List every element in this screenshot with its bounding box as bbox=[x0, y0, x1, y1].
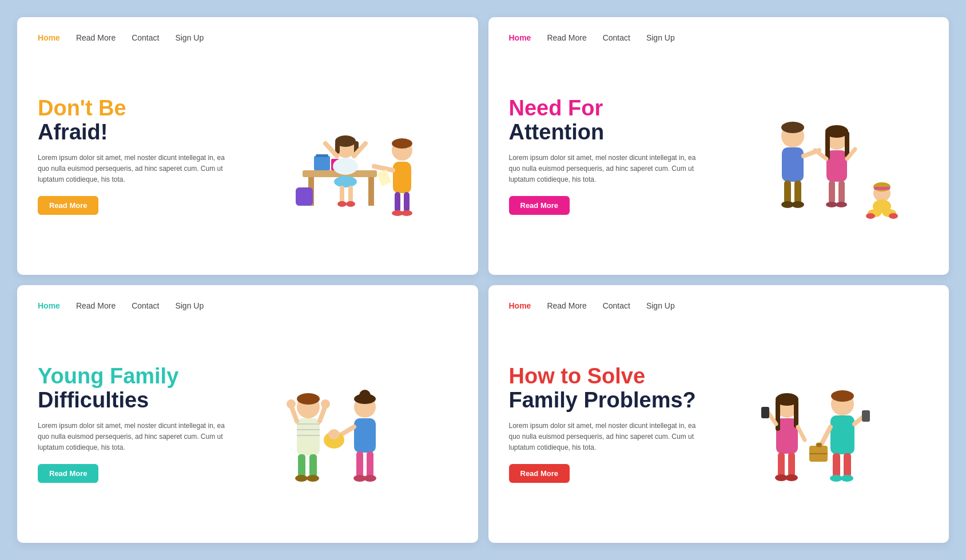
read-more-button-2[interactable]: Read More bbox=[509, 196, 570, 215]
nav-contact-2[interactable]: Contact bbox=[603, 33, 630, 42]
svg-rect-18 bbox=[296, 187, 313, 206]
title-line2-1: Afraid! bbox=[38, 121, 233, 145]
title-line1-1: Don't Be bbox=[38, 97, 233, 121]
read-more-button-1[interactable]: Read More bbox=[38, 196, 98, 215]
svg-rect-76 bbox=[356, 451, 363, 477]
card-need-attention: Home Read More Contact Sign Up Need For … bbox=[488, 17, 949, 275]
svg-point-68 bbox=[307, 475, 319, 482]
nav-home-1[interactable]: Home bbox=[38, 33, 60, 42]
svg-rect-3 bbox=[314, 156, 330, 170]
svg-rect-23 bbox=[395, 192, 400, 212]
read-more-button-3[interactable]: Read More bbox=[38, 464, 98, 483]
nav-readmore-2[interactable]: Read More bbox=[547, 33, 586, 42]
text-side-3: Young Family Difficulties Lorem ipsum do… bbox=[38, 365, 239, 482]
svg-rect-84 bbox=[794, 399, 798, 428]
nav-readmore-3[interactable]: Read More bbox=[76, 301, 116, 310]
svg-point-6 bbox=[333, 158, 358, 175]
svg-point-63 bbox=[287, 399, 296, 409]
illustration-3 bbox=[239, 350, 457, 498]
svg-rect-33 bbox=[794, 181, 801, 203]
svg-rect-77 bbox=[367, 451, 373, 477]
svg-rect-24 bbox=[404, 192, 410, 212]
svg-point-30 bbox=[781, 122, 804, 133]
svg-rect-99 bbox=[816, 443, 822, 447]
svg-point-13 bbox=[334, 176, 357, 187]
read-more-button-4[interactable]: Read More bbox=[509, 464, 570, 483]
svg-point-64 bbox=[321, 399, 330, 409]
nav-contact-4[interactable]: Contact bbox=[603, 301, 630, 310]
nav-signup-1[interactable]: Sign Up bbox=[175, 33, 204, 42]
svg-point-46 bbox=[836, 202, 847, 207]
nav-signup-2[interactable]: Sign Up bbox=[646, 33, 675, 42]
svg-rect-32 bbox=[784, 181, 791, 203]
text-side-1: Don't Be Afraid! Lorem ipsum dolor sit a… bbox=[38, 97, 239, 214]
title-line1-2: Need For bbox=[509, 97, 705, 121]
svg-rect-15 bbox=[348, 186, 353, 203]
svg-point-104 bbox=[841, 475, 853, 482]
content-1: Don't Be Afraid! Lorem ipsum dolor sit a… bbox=[38, 53, 458, 259]
nav-signup-3[interactable]: Sign Up bbox=[175, 301, 204, 310]
svg-rect-44 bbox=[838, 181, 845, 203]
nav-readmore-1[interactable]: Read More bbox=[76, 33, 116, 42]
svg-rect-40 bbox=[845, 131, 849, 157]
svg-point-60 bbox=[297, 393, 320, 405]
content-3: Young Family Difficulties Lorem ipsum do… bbox=[38, 321, 458, 527]
svg-point-91 bbox=[785, 474, 798, 481]
svg-rect-86 bbox=[761, 407, 769, 418]
svg-point-79 bbox=[364, 475, 376, 482]
nav-signup-4[interactable]: Sign Up bbox=[646, 301, 675, 310]
title-line2-2: Attention bbox=[509, 121, 705, 145]
body-text-2: Lorem ipsum dolor sit amet, mel noster d… bbox=[509, 153, 705, 186]
svg-rect-19 bbox=[393, 162, 411, 193]
content-4: How to Solve Family Problems? Lorem ipsu… bbox=[509, 321, 929, 527]
nav-2: Home Read More Contact Sign Up bbox=[509, 33, 929, 42]
illustration-2 bbox=[710, 82, 928, 230]
svg-line-97 bbox=[821, 427, 830, 446]
svg-point-26 bbox=[401, 210, 412, 216]
nav-1: Home Read More Contact Sign Up bbox=[38, 33, 458, 42]
svg-point-67 bbox=[295, 475, 308, 482]
svg-point-94 bbox=[831, 390, 854, 402]
svg-rect-66 bbox=[309, 454, 317, 477]
nav-contact-3[interactable]: Contact bbox=[132, 301, 159, 310]
text-side-4: How to Solve Family Problems? Lorem ipsu… bbox=[509, 365, 710, 482]
svg-rect-27 bbox=[377, 169, 391, 186]
main-grid: Home Read More Contact Sign Up Don't Be … bbox=[0, 0, 966, 560]
content-2: Need For Attention Lorem ipsum dolor sit… bbox=[509, 53, 929, 259]
text-side-2: Need For Attention Lorem ipsum dolor sit… bbox=[509, 97, 710, 214]
svg-line-87 bbox=[798, 427, 805, 440]
svg-rect-65 bbox=[298, 454, 305, 477]
nav-contact-1[interactable]: Contact bbox=[132, 33, 159, 42]
illustration-svg-1 bbox=[257, 82, 440, 230]
svg-rect-69 bbox=[354, 418, 376, 453]
svg-point-53 bbox=[866, 213, 875, 219]
svg-point-16 bbox=[337, 201, 347, 207]
nav-home-3[interactable]: Home bbox=[38, 301, 60, 310]
title-line1-4: How to Solve bbox=[509, 365, 705, 389]
nav-home-4[interactable]: Home bbox=[509, 301, 531, 310]
illustration-1 bbox=[239, 82, 457, 230]
svg-point-17 bbox=[346, 201, 355, 207]
title-line2-4: Family Problems? bbox=[509, 389, 705, 413]
svg-line-73 bbox=[340, 427, 354, 435]
svg-rect-28 bbox=[782, 147, 804, 182]
svg-point-72 bbox=[359, 390, 371, 401]
nav-4: Home Read More Contact Sign Up bbox=[509, 301, 929, 310]
title-line1-3: Young Family bbox=[38, 365, 233, 389]
svg-point-21 bbox=[392, 138, 412, 149]
svg-rect-2 bbox=[368, 177, 374, 206]
svg-rect-49 bbox=[874, 187, 890, 190]
title-line2-3: Difficulties bbox=[38, 389, 233, 413]
nav-home-2[interactable]: Home bbox=[509, 33, 531, 42]
nav-3: Home Read More Contact Sign Up bbox=[38, 301, 458, 310]
svg-rect-43 bbox=[829, 181, 835, 203]
svg-point-35 bbox=[792, 201, 804, 208]
illustration-svg-4 bbox=[730, 350, 908, 498]
nav-readmore-4[interactable]: Read More bbox=[547, 301, 586, 310]
svg-rect-4 bbox=[316, 154, 328, 157]
svg-rect-83 bbox=[776, 399, 780, 431]
illustration-4 bbox=[710, 350, 928, 498]
svg-rect-101 bbox=[833, 453, 840, 477]
body-text-1: Lorem ipsum dolor sit amet, mel noster d… bbox=[38, 153, 233, 186]
svg-point-103 bbox=[830, 475, 842, 482]
